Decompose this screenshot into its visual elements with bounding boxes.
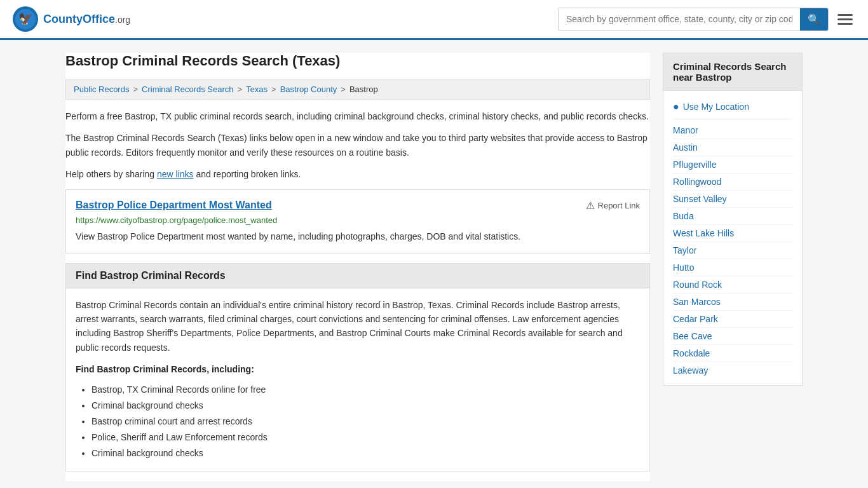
content-area: Bastrop Criminal Records Search (Texas) …: [65, 53, 650, 481]
svg-text:🦅: 🦅: [18, 12, 33, 26]
list-item: Criminal background checks: [92, 445, 640, 461]
sidebar-card: Criminal Records Search near Bastrop ● U…: [663, 53, 803, 386]
report-link-button[interactable]: ⚠ Report Link: [586, 200, 640, 212]
description-2: The Bastrop Criminal Records Search (Tex…: [65, 131, 650, 159]
search-input[interactable]: [559, 9, 800, 29]
new-links-link[interactable]: new links: [157, 169, 194, 179]
breadcrumb-sep-1: >: [133, 85, 138, 94]
use-location-label: Use My Location: [683, 102, 749, 112]
sidebar-link[interactable]: Round Rock: [673, 276, 792, 294]
search-bar: 🔍: [558, 8, 829, 31]
sidebar-link[interactable]: Rollingwood: [673, 173, 792, 191]
sidebar-link[interactable]: Hutto: [673, 259, 792, 276]
link-url: https://www.cityofbastrop.org/page/polic…: [76, 215, 640, 225]
link-desc: View Bastrop Police Department most want…: [76, 230, 640, 243]
sidebar-link[interactable]: Cedar Park: [673, 311, 792, 328]
report-link-label: Report Link: [598, 201, 640, 210]
main-container: Bastrop Criminal Records Search (Texas) …: [53, 40, 815, 488]
sidebar-title: Criminal Records Search near Bastrop: [663, 53, 802, 91]
sidebar: Criminal Records Search near Bastrop ● U…: [663, 53, 803, 481]
logo-area: 🦅 CountyOffice.org: [13, 6, 130, 32]
find-section-paragraph: Bastrop Criminal Records contain an indi…: [76, 298, 640, 355]
sidebar-link[interactable]: Buda: [673, 208, 792, 225]
breadcrumb: Public Records > Criminal Records Search…: [65, 79, 650, 100]
sidebar-link[interactable]: Austin: [673, 139, 792, 156]
find-section-header: Find Bastrop Criminal Records: [66, 264, 649, 288]
menu-line-2: [837, 18, 853, 20]
sidebar-body: ● Use My Location ManorAustinPflugervill…: [663, 91, 802, 385]
sidebar-link[interactable]: Bee Cave: [673, 328, 792, 345]
site-header: 🦅 CountyOffice.org 🔍: [0, 0, 868, 40]
sidebar-title-line1: Criminal Records Search: [673, 61, 786, 72]
sidebar-link[interactable]: Manor: [673, 122, 792, 139]
menu-button[interactable]: [835, 11, 855, 27]
link-card: Bastrop Police Department Most Wanted ⚠ …: [65, 189, 650, 254]
description-3: Help others by sharing new links and rep…: [65, 167, 650, 181]
sidebar-links-container: ManorAustinPflugervilleRollingwoodSunset…: [673, 122, 792, 379]
sidebar-link[interactable]: Rockdale: [673, 345, 792, 362]
page-title: Bastrop Criminal Records Search (Texas): [65, 53, 650, 69]
find-section-list: Bastrop, TX Criminal Records online for …: [76, 382, 640, 462]
link-card-title[interactable]: Bastrop Police Department Most Wanted: [76, 200, 272, 211]
find-section-subheading: Find Bastrop Criminal Records, including…: [76, 362, 640, 376]
sidebar-link[interactable]: West Lake Hills: [673, 225, 792, 242]
sidebar-link[interactable]: Sunset Valley: [673, 191, 792, 208]
breadcrumb-sep-4: >: [341, 85, 346, 94]
list-item: Bastrop criminal court and arrest record…: [92, 414, 640, 430]
find-section: Find Bastrop Criminal Records Bastrop Cr…: [65, 263, 650, 472]
sidebar-link[interactable]: Taylor: [673, 242, 792, 259]
logo-icon: 🦅: [13, 6, 38, 32]
breadcrumb-public-records[interactable]: Public Records: [74, 85, 129, 94]
description-1: Perform a free Bastrop, TX public crimin…: [65, 109, 650, 123]
report-icon: ⚠: [586, 200, 595, 212]
link-card-header: Bastrop Police Department Most Wanted ⚠ …: [76, 200, 640, 212]
desc3-after: and reporting broken links.: [194, 169, 301, 179]
find-section-body: Bastrop Criminal Records contain an indi…: [66, 288, 649, 471]
breadcrumb-bastrop: Bastrop: [349, 85, 378, 94]
menu-line-1: [837, 14, 853, 16]
list-item: Bastrop, TX Criminal Records online for …: [92, 382, 640, 398]
desc3-before: Help others by sharing: [65, 169, 157, 179]
list-item: Criminal background checks: [92, 398, 640, 414]
use-location-link[interactable]: ● Use My Location: [673, 97, 792, 116]
sidebar-title-line2: near Bastrop: [673, 72, 732, 83]
breadcrumb-sep-2: >: [238, 85, 243, 94]
breadcrumb-texas[interactable]: Texas: [246, 85, 268, 94]
breadcrumb-bastrop-county[interactable]: Bastrop County: [280, 85, 337, 94]
menu-line-3: [837, 23, 853, 25]
header-right: 🔍: [558, 8, 855, 31]
breadcrumb-criminal-records-search[interactable]: Criminal Records Search: [142, 85, 234, 94]
sidebar-link[interactable]: Pflugerville: [673, 156, 792, 173]
sidebar-divider: [673, 119, 792, 119]
location-icon: ●: [673, 101, 679, 112]
list-item: Police, Sheriff and Law Enforcement reco…: [92, 430, 640, 445]
sidebar-link[interactable]: San Marcos: [673, 294, 792, 311]
logo-text: CountyOffice.org: [43, 13, 130, 26]
breadcrumb-sep-3: >: [271, 85, 276, 94]
sidebar-link[interactable]: Lakeway: [673, 362, 792, 379]
search-button[interactable]: 🔍: [800, 8, 828, 30]
